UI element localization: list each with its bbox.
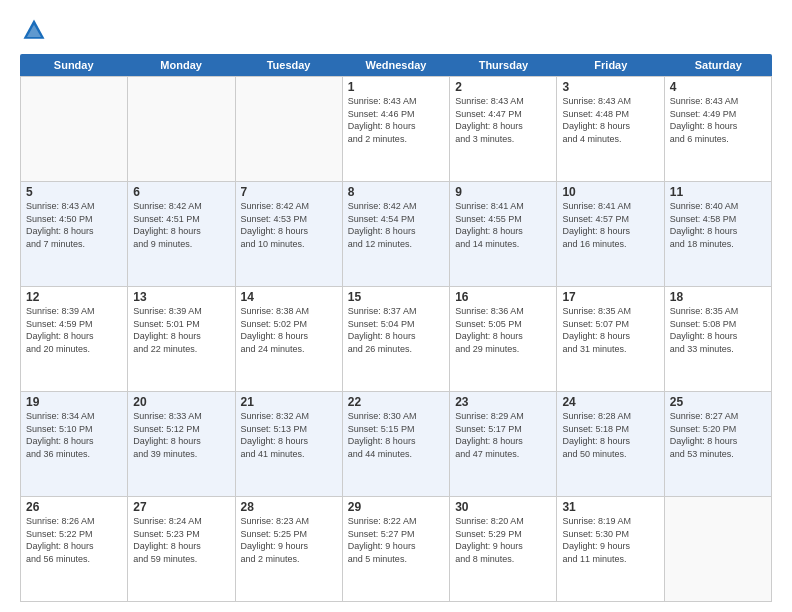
day-info: Sunrise: 8:26 AM Sunset: 5:22 PM Dayligh… <box>26 515 122 565</box>
calendar-cell: 12Sunrise: 8:39 AM Sunset: 4:59 PM Dayli… <box>21 287 128 391</box>
day-number: 31 <box>562 500 658 514</box>
calendar-cell: 27Sunrise: 8:24 AM Sunset: 5:23 PM Dayli… <box>128 497 235 601</box>
day-number: 7 <box>241 185 337 199</box>
calendar-week: 5Sunrise: 8:43 AM Sunset: 4:50 PM Daylig… <box>20 182 772 287</box>
calendar-week: 12Sunrise: 8:39 AM Sunset: 4:59 PM Dayli… <box>20 287 772 392</box>
day-info: Sunrise: 8:36 AM Sunset: 5:05 PM Dayligh… <box>455 305 551 355</box>
calendar-cell: 13Sunrise: 8:39 AM Sunset: 5:01 PM Dayli… <box>128 287 235 391</box>
day-number: 26 <box>26 500 122 514</box>
day-info: Sunrise: 8:41 AM Sunset: 4:57 PM Dayligh… <box>562 200 658 250</box>
calendar: SundayMondayTuesdayWednesdayThursdayFrid… <box>20 54 772 602</box>
day-number: 9 <box>455 185 551 199</box>
logo-icon <box>20 16 48 44</box>
calendar-header: SundayMondayTuesdayWednesdayThursdayFrid… <box>20 54 772 76</box>
calendar-cell: 17Sunrise: 8:35 AM Sunset: 5:07 PM Dayli… <box>557 287 664 391</box>
day-info: Sunrise: 8:24 AM Sunset: 5:23 PM Dayligh… <box>133 515 229 565</box>
day-number: 2 <box>455 80 551 94</box>
calendar-cell: 3Sunrise: 8:43 AM Sunset: 4:48 PM Daylig… <box>557 77 664 181</box>
calendar-cell: 21Sunrise: 8:32 AM Sunset: 5:13 PM Dayli… <box>236 392 343 496</box>
day-number: 17 <box>562 290 658 304</box>
logo <box>20 16 54 44</box>
day-number: 25 <box>670 395 766 409</box>
day-number: 28 <box>241 500 337 514</box>
calendar-cell: 9Sunrise: 8:41 AM Sunset: 4:55 PM Daylig… <box>450 182 557 286</box>
calendar-week: 19Sunrise: 8:34 AM Sunset: 5:10 PM Dayli… <box>20 392 772 497</box>
day-info: Sunrise: 8:39 AM Sunset: 4:59 PM Dayligh… <box>26 305 122 355</box>
day-info: Sunrise: 8:42 AM Sunset: 4:51 PM Dayligh… <box>133 200 229 250</box>
day-number: 18 <box>670 290 766 304</box>
day-info: Sunrise: 8:43 AM Sunset: 4:49 PM Dayligh… <box>670 95 766 145</box>
day-info: Sunrise: 8:40 AM Sunset: 4:58 PM Dayligh… <box>670 200 766 250</box>
calendar-cell: 31Sunrise: 8:19 AM Sunset: 5:30 PM Dayli… <box>557 497 664 601</box>
calendar-cell: 14Sunrise: 8:38 AM Sunset: 5:02 PM Dayli… <box>236 287 343 391</box>
day-info: Sunrise: 8:37 AM Sunset: 5:04 PM Dayligh… <box>348 305 444 355</box>
day-number: 3 <box>562 80 658 94</box>
day-info: Sunrise: 8:27 AM Sunset: 5:20 PM Dayligh… <box>670 410 766 460</box>
day-number: 29 <box>348 500 444 514</box>
calendar-cell: 20Sunrise: 8:33 AM Sunset: 5:12 PM Dayli… <box>128 392 235 496</box>
day-info: Sunrise: 8:34 AM Sunset: 5:10 PM Dayligh… <box>26 410 122 460</box>
calendar-cell <box>665 497 772 601</box>
day-info: Sunrise: 8:32 AM Sunset: 5:13 PM Dayligh… <box>241 410 337 460</box>
day-number: 22 <box>348 395 444 409</box>
day-number: 13 <box>133 290 229 304</box>
calendar-cell <box>236 77 343 181</box>
calendar-body: 1Sunrise: 8:43 AM Sunset: 4:46 PM Daylig… <box>20 76 772 602</box>
day-number: 11 <box>670 185 766 199</box>
day-info: Sunrise: 8:35 AM Sunset: 5:07 PM Dayligh… <box>562 305 658 355</box>
calendar-cell: 23Sunrise: 8:29 AM Sunset: 5:17 PM Dayli… <box>450 392 557 496</box>
day-number: 12 <box>26 290 122 304</box>
day-number: 30 <box>455 500 551 514</box>
calendar-cell: 2Sunrise: 8:43 AM Sunset: 4:47 PM Daylig… <box>450 77 557 181</box>
day-info: Sunrise: 8:43 AM Sunset: 4:50 PM Dayligh… <box>26 200 122 250</box>
day-info: Sunrise: 8:41 AM Sunset: 4:55 PM Dayligh… <box>455 200 551 250</box>
day-number: 6 <box>133 185 229 199</box>
weekday-header: Sunday <box>20 54 127 76</box>
weekday-header: Saturday <box>665 54 772 76</box>
calendar-cell: 4Sunrise: 8:43 AM Sunset: 4:49 PM Daylig… <box>665 77 772 181</box>
calendar-cell: 1Sunrise: 8:43 AM Sunset: 4:46 PM Daylig… <box>343 77 450 181</box>
calendar-cell: 24Sunrise: 8:28 AM Sunset: 5:18 PM Dayli… <box>557 392 664 496</box>
day-number: 1 <box>348 80 444 94</box>
day-number: 21 <box>241 395 337 409</box>
day-info: Sunrise: 8:33 AM Sunset: 5:12 PM Dayligh… <box>133 410 229 460</box>
calendar-cell: 28Sunrise: 8:23 AM Sunset: 5:25 PM Dayli… <box>236 497 343 601</box>
calendar-cell: 19Sunrise: 8:34 AM Sunset: 5:10 PM Dayli… <box>21 392 128 496</box>
weekday-header: Friday <box>557 54 664 76</box>
calendar-cell: 22Sunrise: 8:30 AM Sunset: 5:15 PM Dayli… <box>343 392 450 496</box>
calendar-week: 1Sunrise: 8:43 AM Sunset: 4:46 PM Daylig… <box>20 76 772 182</box>
calendar-cell: 25Sunrise: 8:27 AM Sunset: 5:20 PM Dayli… <box>665 392 772 496</box>
day-number: 24 <box>562 395 658 409</box>
calendar-cell: 10Sunrise: 8:41 AM Sunset: 4:57 PM Dayli… <box>557 182 664 286</box>
calendar-cell: 16Sunrise: 8:36 AM Sunset: 5:05 PM Dayli… <box>450 287 557 391</box>
weekday-header: Monday <box>127 54 234 76</box>
calendar-cell: 5Sunrise: 8:43 AM Sunset: 4:50 PM Daylig… <box>21 182 128 286</box>
day-number: 20 <box>133 395 229 409</box>
day-number: 5 <box>26 185 122 199</box>
day-number: 14 <box>241 290 337 304</box>
day-info: Sunrise: 8:42 AM Sunset: 4:54 PM Dayligh… <box>348 200 444 250</box>
calendar-cell: 30Sunrise: 8:20 AM Sunset: 5:29 PM Dayli… <box>450 497 557 601</box>
day-number: 15 <box>348 290 444 304</box>
calendar-cell: 8Sunrise: 8:42 AM Sunset: 4:54 PM Daylig… <box>343 182 450 286</box>
calendar-cell: 26Sunrise: 8:26 AM Sunset: 5:22 PM Dayli… <box>21 497 128 601</box>
day-info: Sunrise: 8:30 AM Sunset: 5:15 PM Dayligh… <box>348 410 444 460</box>
calendar-cell: 6Sunrise: 8:42 AM Sunset: 4:51 PM Daylig… <box>128 182 235 286</box>
day-number: 10 <box>562 185 658 199</box>
weekday-header: Wednesday <box>342 54 449 76</box>
day-number: 16 <box>455 290 551 304</box>
calendar-week: 26Sunrise: 8:26 AM Sunset: 5:22 PM Dayli… <box>20 497 772 602</box>
day-number: 4 <box>670 80 766 94</box>
calendar-cell: 29Sunrise: 8:22 AM Sunset: 5:27 PM Dayli… <box>343 497 450 601</box>
page: SundayMondayTuesdayWednesdayThursdayFrid… <box>0 0 792 612</box>
day-info: Sunrise: 8:42 AM Sunset: 4:53 PM Dayligh… <box>241 200 337 250</box>
day-info: Sunrise: 8:19 AM Sunset: 5:30 PM Dayligh… <box>562 515 658 565</box>
day-number: 23 <box>455 395 551 409</box>
day-info: Sunrise: 8:23 AM Sunset: 5:25 PM Dayligh… <box>241 515 337 565</box>
day-info: Sunrise: 8:43 AM Sunset: 4:48 PM Dayligh… <box>562 95 658 145</box>
day-info: Sunrise: 8:22 AM Sunset: 5:27 PM Dayligh… <box>348 515 444 565</box>
header <box>20 16 772 44</box>
calendar-cell: 18Sunrise: 8:35 AM Sunset: 5:08 PM Dayli… <box>665 287 772 391</box>
calendar-cell: 7Sunrise: 8:42 AM Sunset: 4:53 PM Daylig… <box>236 182 343 286</box>
day-info: Sunrise: 8:39 AM Sunset: 5:01 PM Dayligh… <box>133 305 229 355</box>
